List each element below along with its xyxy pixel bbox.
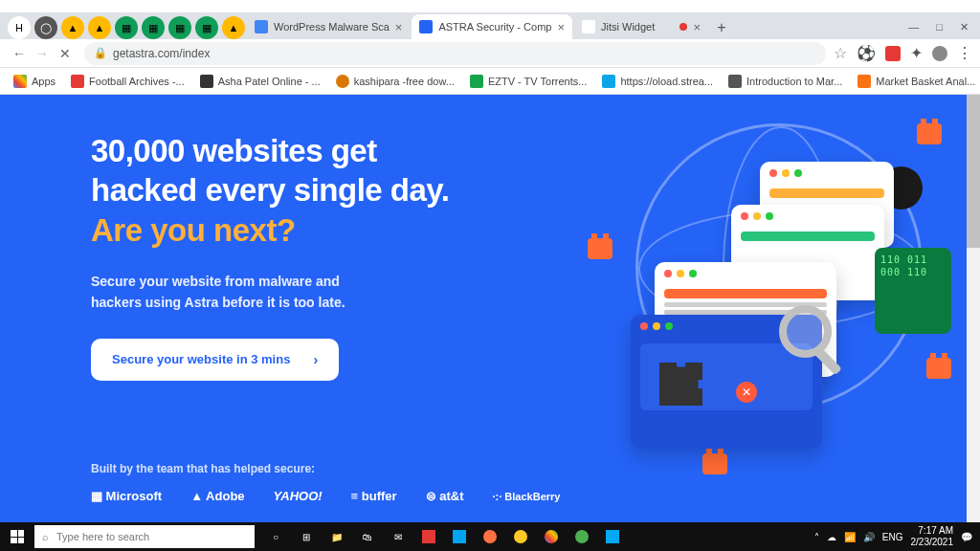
lock-icon: 🔒 <box>94 47 107 59</box>
avatar-icon[interactable] <box>932 46 947 61</box>
tab-favicon[interactable]: ▲ <box>222 16 245 39</box>
bookmark-item[interactable]: https://oload.strea... <box>596 73 719 90</box>
logo-adobe: ▲ Adobe <box>190 489 244 503</box>
tab-favicon[interactable]: ▲ <box>61 16 84 39</box>
scrollbar[interactable] <box>967 95 980 522</box>
app-icon[interactable]: ✉ <box>383 522 413 551</box>
logo-yahoo: YAHOO! <box>274 489 323 503</box>
hero-subtext: Secure your website from malware and hac… <box>91 271 498 314</box>
logo-buffer: ≡ buffer <box>351 489 397 503</box>
tab-jitsi[interactable]: Jitsi Widget × <box>574 14 708 39</box>
browser-tab-bar: H ◯ ▲ ▲ ▦ ▦ ▦ ▦ ▲ WordPress Malware Sca … <box>0 12 980 39</box>
bug-icon <box>917 123 942 144</box>
tab-favicon[interactable]: ◯ <box>34 16 57 39</box>
bookmark-item[interactable]: kashipara -free dow... <box>330 73 460 90</box>
app-icon[interactable]: 📁 <box>322 522 352 551</box>
menu-icon[interactable]: ⋮ <box>957 44 972 62</box>
bookmarks-bar: Apps Football Archives -... Asha Patel O… <box>0 68 980 95</box>
star-icon[interactable]: ☆ <box>834 44 847 62</box>
app-icon[interactable] <box>444 522 475 551</box>
start-button[interactable] <box>0 522 34 551</box>
taskbar: ⌕ Type here to search ○ ⊞ 📁 🛍 ✉ ˄ ☁ 📶 🔊 … <box>0 522 980 551</box>
tab-favicon[interactable]: H <box>8 16 31 39</box>
apps-button[interactable]: Apps <box>8 73 61 90</box>
taskview-icon[interactable]: ⊞ <box>291 522 322 551</box>
tray-lang[interactable]: ENG <box>882 532 903 542</box>
bug-icon <box>926 358 951 379</box>
window-minimize[interactable]: — <box>908 21 919 33</box>
app-icon[interactable] <box>475 522 505 551</box>
tab-favicon[interactable]: ▲ <box>88 16 111 39</box>
logo-microsoft: ▦ Microsoft <box>91 489 162 503</box>
tab-astra[interactable]: ASTRA Security - Comp × <box>412 14 572 39</box>
tray-icon[interactable]: ☁ <box>827 532 836 542</box>
taskbar-search[interactable]: ⌕ Type here to search <box>34 525 255 548</box>
logo-blackberry: ·:· BlackBerry <box>493 491 561 502</box>
bug-icon <box>702 453 727 474</box>
extensions-icon[interactable]: ✦ <box>910 44 923 62</box>
new-tab-button[interactable]: + <box>710 16 733 39</box>
app-icon[interactable] <box>505 522 536 551</box>
error-icon: ✕ <box>736 382 757 403</box>
tab-favicon[interactable]: ▦ <box>168 16 191 39</box>
ext-icon[interactable] <box>885 46 901 61</box>
bookmark-item[interactable]: Asha Patel Online - ... <box>194 73 326 90</box>
bookmark-item[interactable]: EZTV - TV Torrents... <box>464 73 593 90</box>
hero-illustration: 110 011 000 110 ✕ <box>588 114 951 477</box>
tray-volume-icon[interactable]: 🔊 <box>863 532 875 542</box>
app-icon[interactable] <box>597 522 628 551</box>
app-icon[interactable] <box>413 522 444 551</box>
trusted-by: Built by the team that has helped secure… <box>91 462 560 503</box>
tab-favicon[interactable]: ▦ <box>195 16 218 39</box>
close-icon[interactable]: × <box>557 20 565 34</box>
binary-panel: 110 011 000 110 <box>875 248 951 334</box>
url-input[interactable]: 🔒 getastra.com/index <box>84 42 826 65</box>
app-icon[interactable]: 🛍 <box>352 522 383 551</box>
chevron-right-icon: › <box>313 352 318 367</box>
cortana-icon[interactable]: ○ <box>260 522 291 551</box>
tab-wordpress[interactable]: WordPress Malware Sca × <box>247 14 410 39</box>
bookmark-item[interactable]: Football Archives -... <box>65 73 190 90</box>
window-maximize[interactable]: □ <box>936 21 943 33</box>
tray-notifications-icon[interactable]: 💬 <box>961 532 972 542</box>
bug-icon <box>588 238 612 259</box>
bookmark-item[interactable]: Introduction to Mar... <box>723 73 848 90</box>
tray-clock[interactable]: 7:17 AM 2/23/2021 <box>911 525 954 548</box>
search-icon: ⌕ <box>42 531 49 542</box>
ext-icon[interactable]: ⚽ <box>857 44 876 62</box>
bookmark-item[interactable]: Market Basket Anal... <box>852 73 980 90</box>
puzzle-icon <box>659 363 702 406</box>
forward-button[interactable]: → <box>31 42 54 65</box>
hero-heading: 30,000 websites get hacked every single … <box>91 131 498 250</box>
window-close[interactable]: ✕ <box>960 21 969 33</box>
page-content: 30,000 websites get hacked every single … <box>0 95 980 522</box>
logo-att: ⊜ at&t <box>426 489 464 503</box>
close-icon[interactable]: × <box>395 20 403 34</box>
reload-button[interactable]: ✕ <box>54 42 77 65</box>
address-bar: ← → ✕ 🔒 getastra.com/index ☆ ⚽ ✦ ⋮ <box>0 39 980 68</box>
back-button[interactable]: ← <box>8 42 31 65</box>
tab-favicon[interactable]: ▦ <box>142 16 165 39</box>
app-icon[interactable] <box>567 522 597 551</box>
cta-button[interactable]: Secure your website in 3 mins › <box>91 339 339 381</box>
tray-chevron-icon[interactable]: ˄ <box>814 532 819 542</box>
close-icon[interactable]: × <box>693 20 701 34</box>
app-icon[interactable] <box>536 522 567 551</box>
magnifier-icon <box>779 305 832 358</box>
tab-favicon[interactable]: ▦ <box>115 16 138 39</box>
tray-wifi-icon[interactable]: 📶 <box>844 532 856 542</box>
